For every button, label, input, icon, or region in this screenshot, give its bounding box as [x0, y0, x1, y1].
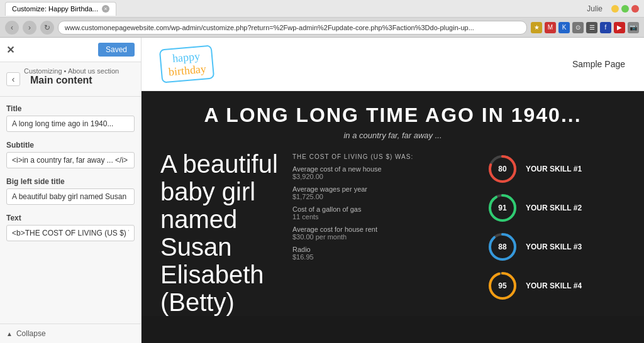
field-label-title: Title: [6, 104, 135, 113]
extension-icon-1[interactable]: M: [545, 22, 556, 33]
back-nav-button[interactable]: ‹: [6, 72, 20, 86]
field-label-big-left: Big left side title: [6, 177, 135, 186]
sidebar: ✕ Saved ‹ Customizing • About us section…: [0, 38, 142, 343]
stat-item-1: Average cost of a new house $3,920.00: [292, 165, 480, 180]
sidebar-nav: ‹ Customizing • About us section Main co…: [0, 62, 141, 97]
forward-button[interactable]: ›: [23, 21, 36, 35]
field-group-title: Title: [6, 104, 135, 132]
extension-icon-3[interactable]: ⊙: [572, 22, 584, 33]
logo-area: happy birthday: [160, 47, 572, 81]
hero-title: A LONG LONG TIME AGO IN 1940...: [160, 104, 625, 127]
stat-name-1: Average cost of a new house: [292, 165, 480, 173]
skill-item-4: 95 YOUR SKILL #4: [487, 270, 625, 302]
skill-circle-1: 80: [487, 153, 518, 185]
stat-name-5: Radio: [292, 246, 480, 253]
collapse-label: Collapse: [16, 329, 46, 338]
skill-item-1: 80 YOUR SKILL #1: [487, 153, 625, 185]
field-label-subtitle: Subtitle: [6, 141, 135, 150]
extension-icon-6[interactable]: ▶: [614, 22, 625, 33]
browser-tab[interactable]: Customize: Happy Birthda... ×: [5, 2, 116, 16]
title-input[interactable]: [6, 116, 135, 132]
nav-sample-page[interactable]: Sample Page: [572, 59, 625, 69]
skill-label-3: YOUR SKILL #3: [526, 242, 582, 251]
hero-subtitle: in a country far, far away ...: [160, 131, 625, 140]
skill-circle-3: 88: [487, 231, 518, 263]
maximize-button[interactable]: [621, 5, 629, 13]
stats-column: THE COST OF LIVING (US $) WAS: Average c…: [292, 150, 480, 316]
tab-title: Customize: Happy Birthda...: [12, 5, 98, 13]
stat-name-2: Average wages per year: [292, 185, 480, 193]
bookmark-icon[interactable]: ★: [531, 22, 542, 33]
stats-title: THE COST OF LIVING (US $) WAS:: [292, 153, 480, 160]
skill-value-1: 80: [498, 165, 506, 173]
skill-circle-2: 91: [487, 192, 518, 224]
skill-label-4: YOUR SKILL #4: [526, 281, 582, 290]
breadcrumb: Customizing • About us section: [24, 67, 119, 75]
main-layout: ✕ Saved ‹ Customizing • About us section…: [0, 38, 644, 343]
site-nav: happy birthday Sample Page: [142, 38, 644, 91]
extension-icon-4[interactable]: ☰: [586, 22, 597, 33]
stat-value-2: $1,725.00: [292, 193, 480, 200]
big-left-text: A beautiful baby girl named Susan Elisab…: [160, 150, 286, 316]
skill-item-3: 88 YOUR SKILL #3: [487, 231, 625, 263]
collapse-button[interactable]: ▲ Collapse: [0, 324, 141, 343]
back-button[interactable]: ‹: [5, 21, 19, 35]
field-group-text: Text: [6, 214, 135, 241]
skill-circle-4: 95: [487, 270, 518, 302]
field-label-text: Text: [6, 214, 135, 222]
stat-name-3: Cost of a gallon of gas: [292, 205, 480, 213]
subtitle-input[interactable]: [6, 152, 135, 168]
sidebar-header: ✕ Saved: [0, 38, 141, 62]
stat-value-5: $16.95: [292, 253, 480, 261]
browser-controls: ‹ › ↻ www.customonepagewebsite.com/wp-ad…: [0, 18, 644, 38]
skills-column: 80 YOUR SKILL #1 91 YOUR: [487, 150, 625, 316]
stat-item-5: Radio $16.95: [292, 246, 480, 261]
skill-value-4: 95: [498, 281, 506, 290]
user-label: Julie: [587, 4, 602, 13]
browser-titlebar: Customize: Happy Birthda... × Julie: [0, 0, 644, 18]
reload-button[interactable]: ↻: [40, 21, 54, 35]
field-group-big-left: Big left side title: [6, 177, 135, 205]
dark-section: A LONG LONG TIME AGO IN 1940... in a cou…: [142, 91, 644, 316]
stat-value-1: $3,920.00: [292, 173, 480, 180]
browser-icons: ★ M K ⊙ ☰ f ▶ 📷: [531, 22, 639, 33]
stat-value-3: 11 cents: [292, 213, 480, 220]
skill-label-2: YOUR SKILL #2: [526, 204, 582, 212]
extension-icon-5[interactable]: f: [600, 22, 611, 33]
extension-icon-7[interactable]: 📷: [628, 22, 639, 33]
stat-name-4: Average cost for house rent: [292, 226, 480, 233]
main-content: happy birthday Sample Page A LONG LONG T…: [142, 38, 644, 343]
text-input[interactable]: [6, 225, 135, 241]
skill-item-2: 91 YOUR SKILL #2: [487, 192, 625, 224]
saved-button[interactable]: Saved: [98, 43, 135, 57]
tab-close-button[interactable]: ×: [102, 5, 109, 13]
logo-birthday: birthday: [168, 62, 207, 79]
close-customize-button[interactable]: ✕: [6, 44, 14, 56]
stat-item-4: Average cost for house rent $30.00 per m…: [292, 226, 480, 241]
extension-icon-2[interactable]: K: [558, 22, 570, 33]
url-text: www.customonepagewebsite.com/wp-admin/cu…: [65, 24, 474, 31]
big-left-text-area: A beautiful baby girl named Susan Elisab…: [160, 150, 286, 316]
minimize-button[interactable]: [611, 5, 619, 13]
stat-item-2: Average wages per year $1,725.00: [292, 185, 480, 200]
stat-value-4: $30.00 per month: [292, 233, 480, 241]
sidebar-content: Title Subtitle Big left side title Text: [0, 97, 141, 324]
stat-item-3: Cost of a gallon of gas 11 cents: [292, 205, 480, 220]
skill-value-2: 91: [498, 204, 506, 212]
close-button[interactable]: [631, 5, 639, 13]
field-group-subtitle: Subtitle: [6, 141, 135, 168]
address-bar[interactable]: www.customonepagewebsite.com/wp-admin/cu…: [58, 21, 527, 35]
collapse-arrow-icon: ▲: [6, 330, 13, 337]
skill-label-1: YOUR SKILL #1: [526, 165, 582, 173]
big-left-input[interactable]: [6, 188, 135, 205]
section-title: Main content: [24, 75, 119, 91]
content-row: A beautiful baby girl named Susan Elisab…: [160, 150, 625, 316]
skill-value-3: 88: [498, 242, 506, 251]
